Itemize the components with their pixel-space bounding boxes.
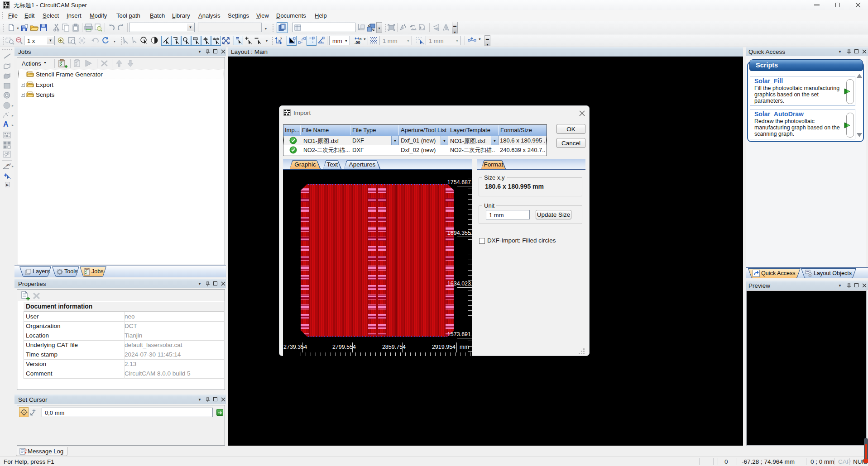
svg-text:45°: 45° [6,163,11,166]
svg-text:.00: .00 [355,40,360,45]
svg-text:x: x [280,36,282,40]
